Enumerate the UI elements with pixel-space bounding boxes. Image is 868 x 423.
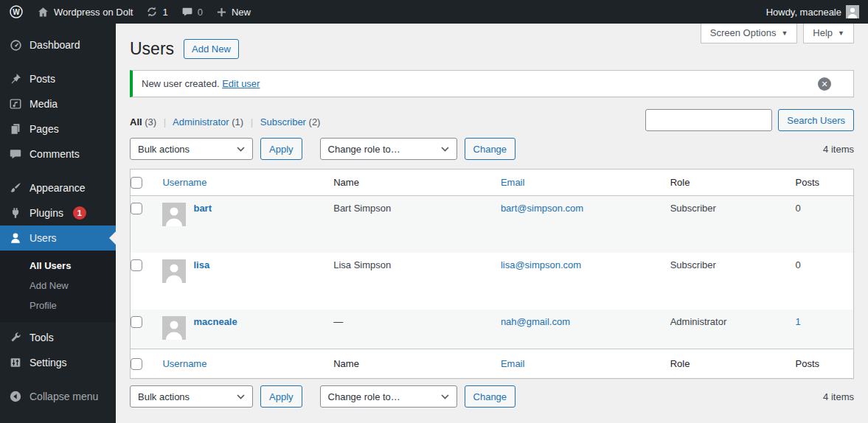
users-table: Username Name Email Role Posts bart Bart… xyxy=(130,169,854,379)
filter-subscriber[interactable]: Subscriber xyxy=(260,116,306,127)
table-row: bart Bart Simpson bart@simpson.com Subsc… xyxy=(131,196,854,253)
sidebar-item-label: Posts xyxy=(29,73,55,85)
filter-all[interactable]: All xyxy=(130,116,142,127)
sidebar-item-media[interactable]: Media xyxy=(0,91,116,116)
sort-by-username[interactable]: Username xyxy=(162,358,206,369)
page-title: Users xyxy=(130,39,174,59)
items-count: 4 items xyxy=(823,144,854,155)
bulk-actions-selected-value: Bulk actions xyxy=(138,144,190,155)
sort-by-email[interactable]: Email xyxy=(501,177,525,188)
add-new-user-button[interactable]: Add New xyxy=(184,39,239,59)
cell-posts: 0 xyxy=(796,196,854,253)
filter-administrator[interactable]: Administrator xyxy=(173,116,229,127)
filter-all-count: (3) xyxy=(145,116,156,127)
bulk-actions-select[interactable]: Bulk actions xyxy=(130,385,253,408)
views-row: All (3) | Administrator (1) | Subscriber… xyxy=(130,109,854,131)
comments-icon xyxy=(8,147,23,161)
success-notice: New user created. Edit user ✕ xyxy=(130,70,854,97)
dismiss-notice-icon[interactable]: ✕ xyxy=(818,77,831,91)
email-link[interactable]: nah@gmail.com xyxy=(501,316,570,327)
change-role-select[interactable]: Change role to… xyxy=(320,385,457,408)
cell-name: — xyxy=(333,310,501,349)
row-checkbox[interactable] xyxy=(131,316,142,328)
sidebar-item-plugins[interactable]: Plugins 1 xyxy=(0,200,116,226)
submenu-item-profile[interactable]: Profile xyxy=(0,296,116,315)
sort-by-email[interactable]: Email xyxy=(501,358,525,369)
email-link[interactable]: lisa@simpson.com xyxy=(501,259,581,270)
search-users-button[interactable]: Search Users xyxy=(778,109,854,131)
sidebar-item-tools[interactable]: Tools xyxy=(0,325,116,350)
posts-count-link[interactable]: 1 xyxy=(796,316,801,327)
username-link[interactable]: macneale xyxy=(193,316,237,327)
plugins-update-badge: 1 xyxy=(73,206,86,220)
chevron-down-icon xyxy=(441,394,449,399)
search-users-input[interactable] xyxy=(645,109,772,131)
sidebar-item-users[interactable]: Users xyxy=(0,226,116,251)
screen-options-label: Screen Options xyxy=(710,27,777,38)
sidebar-item-label: Media xyxy=(29,98,58,110)
sidebar-item-label: Settings xyxy=(29,357,67,368)
change-role-selected-value: Change role to… xyxy=(328,144,400,155)
change-role-select[interactable]: Change role to… xyxy=(320,138,457,160)
select-all-checkbox[interactable] xyxy=(131,177,142,189)
column-header-name: Name xyxy=(333,349,501,379)
user-avatar xyxy=(162,259,186,283)
email-link[interactable]: bart@simpson.com xyxy=(501,203,583,214)
wordpress-logo-menu[interactable]: W xyxy=(9,4,24,19)
collapse-arrow-icon xyxy=(8,389,23,404)
submenu-item-all-users[interactable]: All Users xyxy=(0,256,116,276)
chevron-down-icon xyxy=(441,147,449,152)
home-icon xyxy=(37,6,49,18)
select-all-checkbox[interactable] xyxy=(131,358,142,370)
sidebar-item-settings[interactable]: Settings xyxy=(0,350,116,375)
filter-subscriber-count: (2) xyxy=(309,116,321,127)
username-link[interactable]: lisa xyxy=(193,259,209,270)
help-button[interactable]: Help ▼ xyxy=(803,24,854,43)
collapse-menu-label: Collapse menu xyxy=(29,391,98,402)
sidebar-item-comments[interactable]: Comments xyxy=(0,141,116,167)
sidebar-item-posts[interactable]: Posts xyxy=(0,66,116,91)
pushpin-icon xyxy=(8,71,23,86)
new-content-link[interactable]: New xyxy=(216,7,251,18)
filter-separator: | xyxy=(251,116,253,127)
table-row: macneale — nah@gmail.com Administrator 1 xyxy=(131,310,854,349)
update-icon xyxy=(146,6,158,18)
change-button[interactable]: Change xyxy=(465,138,516,160)
screen-options-button[interactable]: Screen Options ▼ xyxy=(701,24,798,43)
cell-role: Administrator xyxy=(670,310,796,349)
notice-message: New user created. xyxy=(142,78,220,89)
users-submenu: All Users Add New Profile xyxy=(0,251,116,322)
new-label: New xyxy=(232,7,251,18)
submenu-item-add-new[interactable]: Add New xyxy=(0,276,116,296)
wordpress-logo-icon: W xyxy=(9,4,24,19)
my-account-link[interactable]: Howdy, macneale xyxy=(766,5,859,18)
users-icon xyxy=(8,231,23,245)
sidebar-item-pages[interactable]: Pages xyxy=(0,116,116,141)
chevron-down-icon: ▼ xyxy=(838,29,844,37)
apply-button[interactable]: Apply xyxy=(260,385,302,408)
user-avatar xyxy=(162,316,186,340)
collapse-menu-button[interactable]: Collapse menu xyxy=(0,384,116,409)
row-checkbox[interactable] xyxy=(131,259,142,271)
updates-link[interactable]: 1 xyxy=(146,6,167,18)
filter-separator: | xyxy=(164,116,166,127)
comments-link[interactable]: 0 xyxy=(181,6,203,18)
sidebar-item-dashboard[interactable]: Dashboard xyxy=(0,32,116,57)
apply-button[interactable]: Apply xyxy=(260,138,302,160)
bulk-actions-select[interactable]: Bulk actions xyxy=(130,138,253,160)
column-header-name: Name xyxy=(333,169,501,196)
media-icon xyxy=(8,97,23,111)
row-checkbox[interactable] xyxy=(131,203,142,214)
column-header-role: Role xyxy=(670,349,796,379)
table-row: lisa Lisa Simpson lisa@simpson.com Subsc… xyxy=(131,253,854,310)
edit-user-link[interactable]: Edit user xyxy=(222,78,260,89)
change-button[interactable]: Change xyxy=(465,385,516,408)
plus-icon xyxy=(216,7,227,18)
user-avatar xyxy=(162,203,186,226)
sort-by-username[interactable]: Username xyxy=(162,177,206,188)
sidebar-item-appearance[interactable]: Appearance xyxy=(0,175,116,200)
site-name-link[interactable]: Wordpress on Dolt xyxy=(37,6,133,18)
sidebar-item-label: Plugins xyxy=(29,207,63,219)
username-link[interactable]: bart xyxy=(193,203,212,214)
howdy-text: Howdy, macneale xyxy=(766,7,841,18)
